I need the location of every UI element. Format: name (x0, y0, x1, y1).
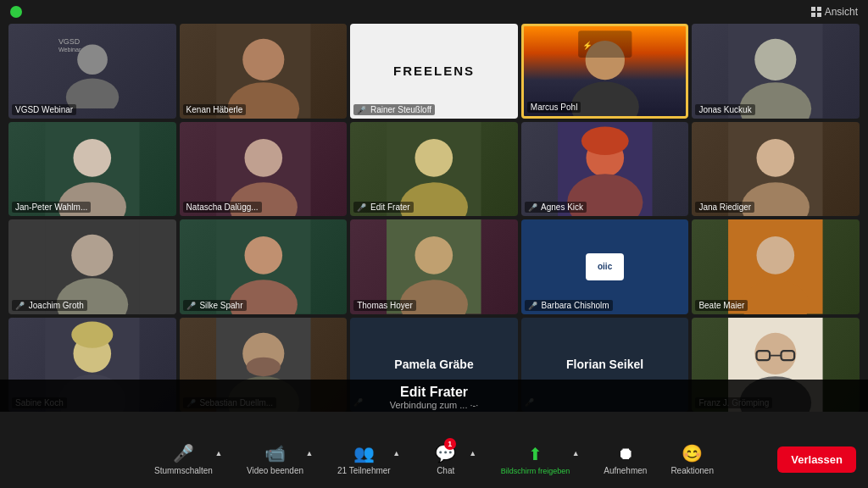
participants-chevron[interactable]: ▲ (392, 449, 401, 458)
record-icon: ⏺ (617, 444, 634, 463)
participant-label-7: Natascha Dalügg... (183, 202, 262, 213)
participant-cell-6: Jan-Peter Wahlm... (8, 122, 176, 217)
svg-point-31 (71, 235, 113, 276)
video-button[interactable]: 📹 Video beenden (247, 443, 303, 475)
teilnehmer-label: Teilnehmer (349, 466, 391, 475)
svg-text:VGSD: VGSD (58, 38, 80, 47)
svg-point-15 (73, 139, 111, 177)
mute-group: 🎤 Stummschalten ▲ (142, 443, 235, 475)
mute-icon-14: 🎤 (528, 302, 537, 310)
svg-point-21 (415, 139, 453, 177)
participant-label-14: 🎤 Barbara Chisholm (525, 300, 613, 311)
mute-icon-11: 🎤 (15, 302, 25, 310)
participant-cell-13: Thomas Hoyer (350, 219, 518, 314)
participant-cell-3: FREELENS 🎤 Rainer Steußloff (350, 24, 518, 119)
record-group: ⏺ Aufnehmen (592, 444, 659, 475)
chat-button[interactable]: 💬 1 Chat (425, 443, 467, 475)
toolbar: 🎤 Stummschalten ▲ 📹 Video beenden ▲ 👥 21… (0, 430, 868, 488)
reactions-group: 😊 Reaktionen (659, 443, 726, 475)
mute-icon-12: 🎤 (186, 302, 196, 310)
participant-cell-1: VGSD Webinar VGSD Webinar (8, 24, 176, 119)
participant-cell-9: 🎤 Agnes Kick (521, 122, 689, 217)
svg-point-28 (757, 139, 795, 177)
name-display-18: Pamela Gräbe (394, 358, 473, 371)
mute-chevron[interactable]: ▲ (214, 449, 223, 458)
participant-cell-2: Kenan Häberle (180, 24, 348, 119)
aufnehmen-label: Aufnehmen (604, 466, 647, 475)
bildschirm-button[interactable]: ⬆ Bildschirm freigeben (501, 444, 570, 475)
video-chevron[interactable]: ▲ (305, 449, 314, 458)
participant-cell-7: Natascha Dalügg... (180, 122, 348, 217)
bildschirm-label: Bildschirm freigeben (501, 467, 570, 475)
participant-cell-10: Jana Riediger (692, 122, 860, 217)
svg-point-40 (757, 236, 795, 274)
participant-label-13: Thomas Hoyer (353, 300, 416, 311)
chat-icon: 💬 1 (435, 443, 456, 463)
aufnehmen-button[interactable]: ⏺ Aufnehmen (604, 444, 647, 475)
participant-label-2: Kenan Häberle (183, 104, 247, 115)
participants-icon: 👥 (353, 443, 375, 463)
svg-point-0 (77, 45, 108, 75)
ansicht-label: Ansicht (825, 6, 858, 18)
participants-group: 👥 21 Teilnehmer ▲ (326, 443, 413, 475)
screen-share-group: ⬆ Bildschirm freigeben ▲ (489, 444, 593, 475)
chat-label: Chat (437, 466, 454, 475)
stummschalten-label: Stummschalten (154, 466, 213, 475)
svg-point-37 (415, 236, 453, 274)
participant-cell-14: oiic 🎤 Barbara Chisholm (521, 219, 689, 314)
participant-count: 21 (337, 466, 347, 475)
svg-point-45 (71, 321, 113, 347)
participant-cell-15: Beate Maier (692, 219, 860, 314)
video-grid: VGSD Webinar VGSD Webinar Kenan Häberle … (8, 24, 860, 412)
participant-label-3: 🎤 Rainer Steußloff (353, 104, 435, 115)
status-indicator (10, 6, 22, 18)
participant-label-9: 🎤 Agnes Kick (525, 202, 587, 213)
chat-badge: 1 (444, 438, 456, 450)
reaktionen-label: Reaktionen (670, 466, 714, 475)
screen-share-icon: ⬆ (528, 444, 542, 464)
name-display-19: Florian Seikel (566, 358, 643, 371)
participant-label-5: Jonas Kuckuk (695, 104, 754, 115)
stummschalten-button[interactable]: 🎤 Stummschalten (154, 443, 213, 475)
reactions-icon: 😊 (682, 443, 703, 463)
svg-point-51 (755, 332, 797, 374)
video-group: 📹 Video beenden ▲ (235, 443, 326, 475)
svg-point-8 (571, 81, 639, 115)
mute-icon-3: 🎤 (357, 106, 366, 114)
svg-point-34 (244, 236, 282, 274)
chat-group: 💬 1 Chat ▲ (413, 443, 489, 475)
speaking-status: Verbindung zum ... ·-· (0, 400, 868, 410)
participant-cell-4: ⚡ Marcus Pohl (521, 24, 689, 119)
verlassen-button[interactable]: Verlassen (777, 446, 856, 473)
top-bar: Ansicht (0, 0, 868, 24)
mute-icon-9: 🎤 (528, 203, 537, 212)
reaktionen-button[interactable]: 😊 Reaktionen (670, 443, 714, 475)
participant-label-11: 🎤 Joachim Groth (12, 300, 87, 311)
svg-text:Webinar: Webinar (58, 47, 81, 53)
svg-text:⚡: ⚡ (582, 41, 593, 51)
participant-cell-5: Jonas Kuckuk (692, 24, 860, 119)
ansicht-button[interactable]: Ansicht (811, 6, 858, 18)
svg-point-18 (244, 139, 282, 177)
chat-chevron[interactable]: ▲ (469, 449, 477, 458)
microphone-icon: 🎤 (173, 443, 194, 463)
svg-point-49 (246, 357, 280, 375)
screen-chevron[interactable]: ▲ (571, 449, 580, 458)
camera-icon: 📹 (264, 443, 286, 463)
speaking-bar: Edit Frater Verbindung zum ... ·-· (0, 380, 868, 412)
video-label: Video beenden (247, 466, 303, 475)
teilnehmer-button[interactable]: 👥 21 Teilnehmer (337, 443, 391, 475)
grid-icon (811, 7, 821, 17)
participant-cell-11: 🎤 Joachim Groth (8, 219, 176, 314)
svg-point-12 (755, 39, 797, 80)
participant-cell-8: 🎤 Edit Frater (350, 122, 518, 217)
participant-label-1: VGSD Webinar (12, 104, 76, 115)
participant-label-15: Beate Maier (695, 300, 748, 311)
participant-label-10: Jana Riediger (695, 202, 754, 213)
svg-point-5 (242, 39, 284, 80)
participant-cell-12: 🎤 Silke Spahr (180, 219, 348, 314)
svg-point-26 (581, 126, 629, 154)
mute-icon-8: 🎤 (357, 203, 366, 212)
participant-label-6: Jan-Peter Wahlm... (12, 202, 91, 213)
speaking-name: Edit Frater (0, 385, 868, 400)
